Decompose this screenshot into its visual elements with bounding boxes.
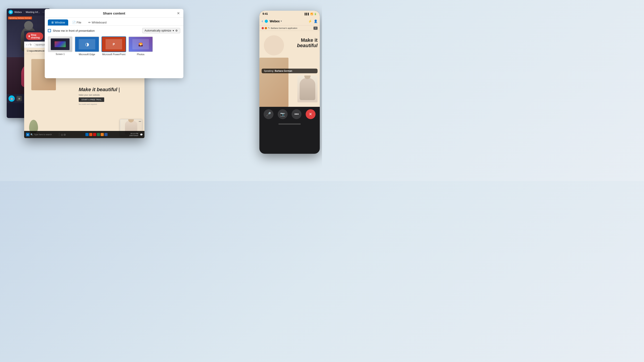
stop-sharing-button[interactable]: Stop sharing (26, 32, 43, 40)
webex-logo-icon: W (8, 10, 13, 14)
layout-button[interactable]: ⊞ (16, 96, 22, 101)
stop-sharing-label: Stop sharing (31, 33, 40, 39)
window-preview-photos[interactable]: 🌄 Photos (128, 36, 153, 56)
taskbar-search[interactable]: 🔍 Type here to search (30, 133, 57, 136)
squarespace-cta-button[interactable]: START A FREE TRIAL (79, 97, 104, 102)
taskbar-right: 02:12 PM 15/07/2020 (128, 132, 138, 137)
taskbar-icon-1[interactable]: ◻ (61, 133, 63, 136)
show-me-label: Show me in front of presentation (53, 29, 94, 32)
phone-headline: Make it beautiful (297, 37, 318, 48)
tab-whiteboard-label: Whiteboard (92, 21, 106, 24)
file-tab-icon: 📄 (72, 21, 76, 24)
tab-window[interactable]: 🖥 Window (48, 19, 68, 25)
bluetooth-icon[interactable]: ⚡ (308, 19, 312, 23)
text-area: Make it beautiful Make your own website.… (75, 87, 142, 105)
phone-more-button[interactable]: ••• (292, 109, 302, 119)
optimize-settings-icon: ⚙ (175, 29, 178, 32)
phone-headline-italic: beautiful (297, 43, 318, 48)
taskbar-word-icon[interactable] (104, 133, 108, 136)
edge-label: Microsoft Edge (79, 53, 95, 56)
screen1-thumbnail (48, 36, 72, 52)
phone-header-title: Webex ▾ (270, 19, 282, 23)
ppt-label: Microsoft PowerPoint (102, 53, 126, 56)
taskbar-date: 15/07/2020 (129, 134, 138, 137)
phone-chevron-icon: ▾ (281, 20, 282, 22)
webex-app-label: Webex (14, 11, 22, 13)
speaking-badge: Speaking: Barbara German (8, 16, 32, 19)
tab-window-label: Window (55, 21, 65, 24)
edge-preview: ◑ (75, 37, 99, 52)
back-button[interactable]: ‹ (26, 43, 27, 46)
phone-status-bar: 9:41 ▌▌▌ 📶 🔋 (260, 11, 320, 17)
app-dot-orange-icon (265, 27, 267, 29)
phone-site-display: Make it beautiful Speaking: Barbara Germ… (260, 31, 320, 107)
taskbar-excel-icon[interactable] (97, 133, 100, 136)
separator (59, 133, 59, 136)
stop-share-icon (28, 35, 30, 37)
phone-end-call-button[interactable]: ✕ (306, 109, 316, 119)
share-dialog-close-button[interactable]: ✕ (176, 11, 180, 15)
taskbar-clock: 02:12 PM 15/07/2020 (129, 132, 138, 137)
window-tab-icon: 🖥 (51, 21, 54, 24)
phone-headline-area: Make it beautiful (297, 37, 318, 48)
optimize-label: Automatically optimize (145, 29, 171, 32)
phone-home-indicator (260, 122, 320, 126)
ai-button[interactable]: 🤖 (8, 95, 15, 102)
separator (24, 11, 24, 13)
phone-back-button[interactable]: ‹ (262, 19, 263, 23)
window-preview-screen1[interactable]: Screen 1 (48, 36, 72, 56)
no-credit-text: No credit card required. (79, 103, 142, 105)
floating-video-more[interactable]: ••• (139, 120, 141, 123)
window-preview-edge[interactable]: ◑ Microsoft Edge (75, 36, 99, 56)
taskbar-ppt-icon[interactable] (89, 133, 92, 136)
app-name-label: Barbara German's application (271, 27, 298, 29)
tab-file[interactable]: 📄 File (69, 19, 84, 25)
webex-titlebar: W Webex Meeting Inf... — □ ✕ (7, 8, 50, 16)
taskbar-search-icon: 🔍 (30, 133, 33, 136)
phone-expand-button[interactable]: ⊡ (314, 26, 318, 30)
optimize-chevron-icon: ▾ (173, 29, 174, 32)
notification-icon[interactable]: 💬 (140, 133, 143, 136)
person-icon[interactable]: 👤 (314, 19, 318, 23)
screen1-preview (48, 37, 72, 52)
share-content-dialog: Share content ✕ 🖥 Window 📄 File ✏ Whiteb… (45, 9, 183, 78)
phone-speaking-badge: Speaking: Barbara German (262, 69, 318, 73)
phone-header-actions: ⚡ 👤 (308, 19, 318, 23)
taskbar-icon-2[interactable]: ⊡ (64, 133, 66, 136)
taskbar-apps (86, 133, 108, 136)
ppt-preview: P (102, 37, 126, 52)
taskbar-adobe-icon[interactable] (93, 133, 96, 136)
phone-header-title-text: Webex (270, 19, 280, 23)
phone-end-icon: ✕ (309, 112, 312, 117)
phone-person-thumbnail (298, 75, 318, 102)
window-preview-ppt[interactable]: P Microsoft PowerPoint (102, 36, 126, 56)
phone-video-button[interactable]: 📷 (278, 109, 288, 119)
home-bar (278, 124, 301, 124)
headline-main: Make it (79, 87, 96, 92)
show-me-checkbox[interactable] (48, 29, 51, 32)
windows-start-button[interactable]: ⊞ (26, 133, 30, 136)
share-dialog-tabs: 🖥 Window 📄 File ✏ Whiteboard (45, 18, 183, 26)
squarespace-logo: ☐ SQUARESPACE (27, 50, 44, 52)
speaking-badge-row: Speaking: Barbara German (7, 16, 50, 20)
mobile-phone: 9:41 ▌▌▌ 📶 🔋 ‹ Webex ▾ ⚡ 👤 ✎ Barbara Ger… (260, 11, 320, 154)
phone-circle-decor (264, 35, 284, 55)
taskbar-chrome-icon[interactable] (100, 133, 104, 136)
taskbar-edge-icon[interactable] (86, 133, 88, 136)
wifi-icon: 📶 (310, 13, 313, 15)
share-dialog-title: Share content (52, 11, 176, 15)
phone-time: 9:41 (262, 12, 268, 15)
meeting-info-label: Meeting Inf... (26, 11, 40, 13)
share-dialog-titlebar: Share content ✕ (45, 9, 183, 18)
forward-button[interactable]: › (28, 43, 28, 46)
reload-button[interactable]: ↻ (30, 43, 32, 46)
screen1-label: Screen 1 (56, 53, 64, 55)
optimize-button[interactable]: Automatically optimize ▾ ⚙ (142, 28, 180, 33)
phone-mute-button[interactable]: 🎤 (264, 109, 274, 119)
phone-mute-icon: 🎤 (266, 112, 271, 117)
phone-headline-main: Make it (301, 37, 318, 43)
tab-whiteboard[interactable]: ✏ Whiteboard (85, 19, 110, 25)
phone-speaking-name: Barbara German (274, 70, 292, 72)
phone-status-icons: ▌▌▌ 📶 🔋 (305, 13, 317, 15)
cursor-indicator (119, 88, 120, 92)
